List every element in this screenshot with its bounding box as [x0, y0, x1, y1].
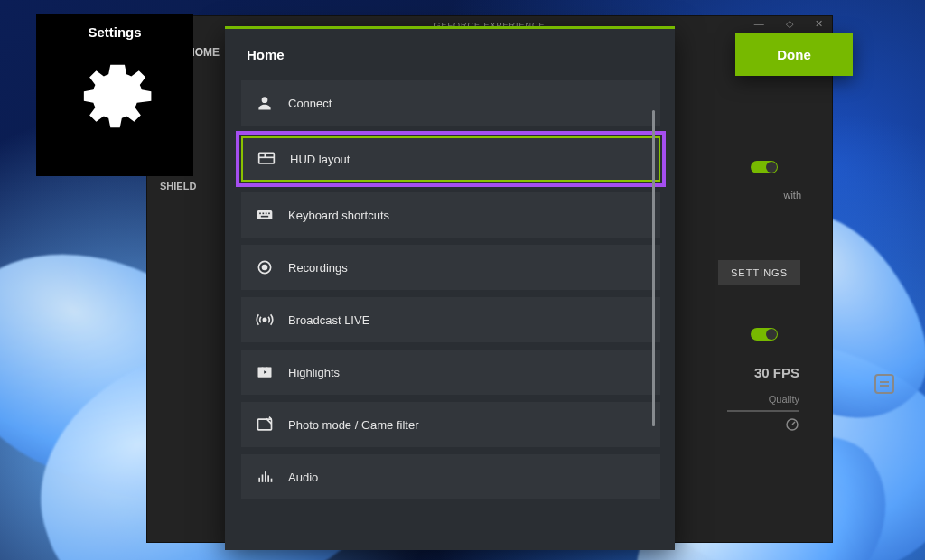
gear-icon — [68, 49, 163, 147]
item-label: Recordings — [288, 261, 348, 275]
item-label: Audio — [288, 471, 318, 484]
done-button[interactable]: Done — [735, 33, 853, 76]
item-keyboard-shortcuts[interactable]: Keyboard shortcuts — [241, 192, 660, 238]
svg-rect-9 — [266, 213, 267, 215]
settings-card-title: Settings — [88, 24, 141, 40]
svg-point-13 — [263, 266, 267, 270]
svg-point-14 — [263, 318, 266, 321]
svg-rect-19 — [262, 475, 264, 482]
broadcast-icon — [256, 311, 274, 329]
quality-label: Quality — [769, 394, 799, 405]
record-icon — [256, 258, 274, 276]
svg-rect-7 — [259, 213, 261, 215]
instant-replay-toggle[interactable] — [751, 328, 778, 341]
scrollbar-thumb[interactable] — [652, 110, 655, 426]
quality-slider[interactable] — [727, 410, 799, 412]
item-label: HUD layout — [290, 153, 350, 166]
photo-mode-icon — [256, 415, 274, 434]
item-broadcast-live[interactable]: Broadcast LIVE — [241, 297, 660, 342]
item-label: Connect — [288, 97, 332, 110]
item-highlights[interactable]: Highlights — [241, 350, 660, 395]
keyboard-icon — [256, 206, 274, 224]
svg-rect-18 — [258, 478, 260, 482]
svg-rect-10 — [268, 213, 270, 215]
item-audio[interactable]: Audio — [241, 454, 660, 499]
svg-point-2 — [262, 97, 268, 103]
overlay-toggle[interactable] — [751, 161, 778, 173]
item-label: Highlights — [288, 366, 340, 379]
share-overlay-panel: Home Connect HUD layout Keyboard shortcu… — [225, 26, 675, 550]
person-icon — [256, 94, 274, 112]
item-recordings[interactable]: Recordings — [241, 245, 660, 290]
item-photo-mode[interactable]: Photo mode / Game filter — [241, 402, 660, 447]
svg-rect-11 — [261, 216, 268, 218]
highlights-icon — [256, 363, 274, 381]
overlay-header: Home — [225, 29, 675, 73]
overlay-hint-text: with — [783, 190, 801, 201]
item-hud-layout[interactable]: HUD layout — [241, 136, 660, 182]
audio-icon — [256, 468, 274, 486]
chat-icon[interactable] — [874, 374, 894, 394]
overlay-item-list: Connect HUD layout Keyboard shortcuts Re… — [225, 80, 675, 499]
sidenav-shield[interactable]: SHIELD — [160, 181, 196, 191]
settings-card: Settings — [36, 14, 193, 176]
layout-icon — [257, 150, 276, 168]
svg-rect-6 — [257, 210, 273, 219]
svg-rect-22 — [271, 479, 273, 482]
svg-rect-8 — [263, 213, 265, 215]
svg-line-1 — [792, 422, 795, 425]
gauge-icon — [785, 417, 799, 432]
svg-rect-21 — [267, 475, 269, 482]
item-label: Broadcast LIVE — [288, 313, 369, 327]
window-controls[interactable]: — ◇ ✕ — [754, 18, 828, 30]
item-label: Keyboard shortcuts — [288, 209, 389, 222]
item-connect[interactable]: Connect — [241, 80, 660, 126]
fps-value: 30 FPS — [754, 365, 799, 380]
svg-rect-20 — [265, 471, 266, 482]
item-label: Photo mode / Game filter — [288, 418, 419, 432]
settings-button[interactable]: SETTINGS — [718, 260, 800, 285]
